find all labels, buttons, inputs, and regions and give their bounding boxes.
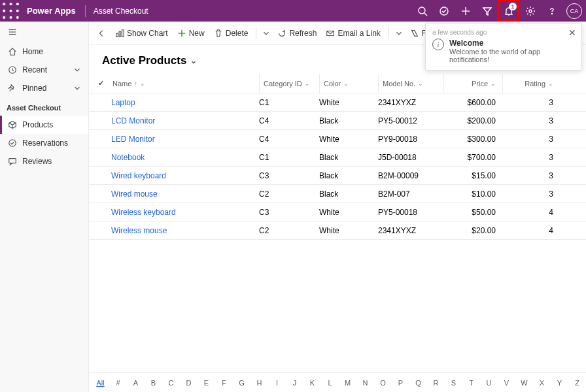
settings-icon[interactable] (519, 0, 541, 22)
record-link[interactable]: Notebook (111, 153, 145, 162)
alpha-jump-c[interactable]: C (162, 379, 180, 387)
pin-icon (8, 84, 17, 93)
arrow-left-icon (97, 29, 106, 38)
avatar[interactable]: CA (566, 3, 582, 19)
sidebar-section-label: Asset Checkout (0, 97, 88, 116)
record-link[interactable]: Laptop (111, 98, 135, 107)
cell-rating: 3 (502, 171, 561, 180)
cell-color: Black (319, 189, 378, 199)
alpha-jump-d[interactable]: D (180, 379, 198, 387)
show-chart-button[interactable]: Show Chart (111, 24, 172, 42)
record-link[interactable]: Wireless keyboard (111, 208, 176, 217)
refresh-icon (277, 29, 286, 38)
close-icon[interactable]: ✕ (568, 27, 576, 38)
email-split-button[interactable] (393, 24, 405, 42)
sidebar-item-recent[interactable]: Recent (0, 61, 88, 79)
chevron-down-icon[interactable] (73, 65, 82, 74)
table-row[interactable]: NotebookC1BlackJ5D-00018$700.003 (89, 148, 586, 167)
table-row[interactable]: LaptopC1White2341XYXZ$600.003 (89, 93, 586, 112)
column-header-category[interactable]: Category ID⌄ (259, 74, 319, 93)
alpha-jump-y[interactable]: Y (551, 379, 568, 387)
record-link[interactable]: LCD Monitor (111, 116, 155, 125)
alpha-jump-m[interactable]: M (339, 379, 356, 387)
cell-model: PY5-00018 (378, 208, 443, 217)
clock-icon (8, 65, 17, 74)
sidebar-item-products[interactable]: Products (0, 116, 88, 134)
column-header-name[interactable]: Name↑⌄ (109, 74, 259, 93)
collapse-sidebar-button[interactable] (0, 22, 88, 42)
alpha-jump-v[interactable]: V (498, 379, 515, 387)
filter-icon[interactable] (476, 0, 498, 22)
app-name-label[interactable]: Asset Checkout (90, 7, 152, 16)
alpha-jump-l[interactable]: L (321, 379, 339, 387)
alpha-jump-u[interactable]: U (480, 379, 498, 387)
column-header-color[interactable]: Color⌄ (319, 74, 378, 93)
refresh-button[interactable]: Refresh (273, 24, 320, 42)
sidebar-item-label: Recent (22, 65, 47, 74)
global-header: Power Apps Asset Checkout 1 CA (0, 0, 586, 22)
record-link[interactable]: Wired mouse (111, 189, 158, 199)
alpha-jump-#[interactable]: # (109, 379, 127, 387)
sidebar-item-home[interactable]: Home (0, 42, 88, 61)
alpha-jump-s[interactable]: S (445, 379, 462, 387)
alpha-jump-p[interactable]: P (392, 379, 409, 387)
table-row[interactable]: LCD MonitorC4BlackPY5-00012$200.003 (89, 112, 586, 130)
record-link[interactable]: Wireless mouse (111, 226, 167, 235)
column-header-model[interactable]: Model No.⌄ (378, 74, 443, 93)
record-link[interactable]: Wired keyboard (111, 171, 166, 180)
record-link[interactable]: LED Monitor (111, 135, 155, 144)
sidebar-item-pinned[interactable]: Pinned (0, 79, 88, 97)
alpha-jump-n[interactable]: N (356, 379, 374, 387)
email-link-button[interactable]: Email a Link (322, 24, 384, 42)
alpha-jump-z[interactable]: Z (568, 379, 586, 387)
notifications-icon[interactable]: 1 (498, 0, 519, 22)
alpha-jump-x[interactable]: X (533, 379, 551, 387)
cell-model: 2341XYXZ (378, 98, 443, 107)
assistant-icon[interactable] (433, 0, 455, 22)
new-button[interactable]: New (173, 24, 209, 42)
alpha-jump-k[interactable]: K (303, 379, 321, 387)
table-row[interactable]: LED MonitorC4WhitePY9-00018$300.003 (89, 130, 586, 148)
sidebar-item-reservations[interactable]: Reservations (0, 134, 88, 152)
alpha-jump-o[interactable]: O (374, 379, 392, 387)
cell-category: C1 (259, 98, 319, 107)
alpha-jump-all[interactable]: All (92, 379, 109, 387)
table-row[interactable]: Wired keyboardC3BlackB2M-00009$15.003 (89, 167, 586, 185)
alpha-jump-a[interactable]: A (127, 379, 145, 387)
alpha-jump-b[interactable]: B (145, 379, 162, 387)
app-launcher-icon[interactable] (0, 0, 22, 22)
alpha-jump-q[interactable]: Q (409, 379, 427, 387)
add-icon[interactable] (455, 0, 476, 22)
cell-price: $600.00 (443, 98, 502, 107)
cell-price: $300.00 (443, 135, 502, 144)
help-icon[interactable] (541, 0, 562, 22)
column-header-rating[interactable]: Rating⌄ (502, 74, 561, 93)
alpha-jump-j[interactable]: J (286, 379, 303, 387)
table-row[interactable]: Wired mouseC2BlackB2M-007$10.003 (89, 185, 586, 203)
delete-button[interactable]: Delete (210, 24, 252, 42)
alpha-jump-w[interactable]: W (515, 379, 533, 387)
svg-point-14 (529, 10, 532, 12)
alpha-jump-h[interactable]: H (250, 379, 268, 387)
chevron-down-icon[interactable] (73, 84, 82, 93)
alpha-jump-e[interactable]: E (198, 379, 215, 387)
alpha-jump-g[interactable]: G (233, 379, 250, 387)
svg-point-0 (3, 3, 5, 5)
delete-split-button[interactable] (260, 24, 272, 42)
column-header-price[interactable]: Price⌄ (443, 74, 502, 93)
brand-label[interactable]: Power Apps (22, 6, 81, 16)
chat-icon (8, 157, 17, 166)
sidebar-item-reviews[interactable]: Reviews (0, 152, 88, 171)
alpha-jump-i[interactable]: I (268, 379, 286, 387)
data-grid: ✔ Name↑⌄ Category ID⌄ Color⌄ Model No.⌄ … (89, 74, 586, 372)
select-all-checkbox[interactable]: ✔ (89, 74, 109, 93)
cell-price: $15.00 (443, 171, 502, 180)
search-icon[interactable] (411, 0, 433, 22)
back-button[interactable] (93, 24, 110, 42)
table-row[interactable]: Wireless keyboardC3WhitePY5-00018$50.004 (89, 203, 586, 221)
alpha-jump-r[interactable]: R (427, 379, 445, 387)
chevron-down-icon (262, 29, 271, 38)
alpha-jump-t[interactable]: T (462, 379, 480, 387)
table-row[interactable]: Wireless mouseC2White2341XYXZ$20.004 (89, 221, 586, 240)
alpha-jump-f[interactable]: F (215, 379, 233, 387)
